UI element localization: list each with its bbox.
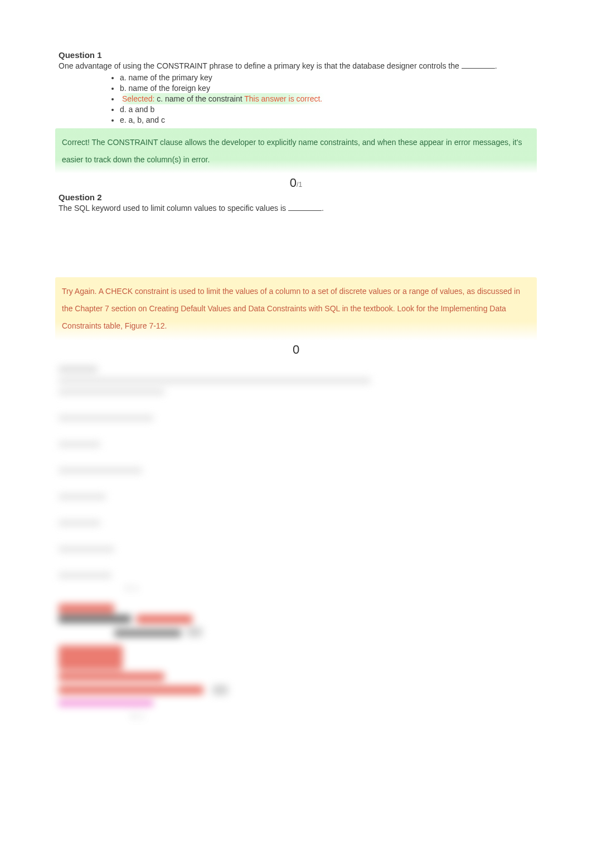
choice-b: b. name of the foreign key [120, 83, 533, 93]
choice-b-text: b. name of the foreign key [120, 84, 210, 93]
blank-line [462, 61, 495, 69]
selected-prefix: Selected: [122, 94, 154, 103]
spacer [59, 214, 533, 275]
question-2-title: Question 2 [59, 192, 533, 202]
choice-a-text: a. name of the primary key [120, 73, 212, 82]
choice-e-text: e. a, b, and c [120, 115, 165, 124]
question-1-feedback: Correct! The CONSTRAINT clause allows th… [55, 128, 537, 174]
score-small: /1 [297, 181, 302, 189]
question-2-prompt-after: . [322, 204, 324, 213]
question-1: Question 1 One advantage of using the CO… [59, 50, 533, 190]
choice-c-note: This answer is correct. [244, 94, 322, 103]
choice-c-text: c. name of the constraint [157, 94, 242, 103]
choice-d: d. a and b [120, 104, 533, 114]
obscured-region: 0 / 1 0 / 1 [59, 366, 533, 722]
question-2: Question 2 The SQL keyword used to limit… [59, 192, 533, 356]
question-2-feedback: Try Again. A CHECK constraint is used to… [55, 277, 537, 340]
choice-c: Selected: c. name of the constraint This… [120, 94, 533, 104]
blank-line [288, 204, 322, 211]
question-1-prompt-before: One advantage of using the CONSTRAINT ph… [59, 61, 462, 70]
choice-e: e. a, b, and c [120, 115, 533, 125]
score-big: 0 [293, 343, 299, 356]
score-big: 0 [290, 176, 297, 190]
question-1-score: 0/1 [59, 176, 533, 190]
choice-d-text: d. a and b [120, 105, 154, 114]
document-page: Question 1 One advantage of using the CO… [0, 0, 592, 744]
choice-a: a. name of the primary key [120, 73, 533, 83]
question-1-title: Question 1 [59, 50, 533, 60]
question-1-prompt: One advantage of using the CONSTRAINT ph… [59, 61, 533, 71]
question-2-prompt: The SQL keyword used to limit column val… [59, 203, 533, 214]
question-2-score: 0 [59, 343, 533, 357]
question-1-prompt-after: . [495, 61, 497, 70]
question-1-choices: a. name of the primary key b. name of th… [59, 73, 533, 125]
question-2-prompt-before: The SQL keyword used to limit column val… [59, 204, 288, 213]
